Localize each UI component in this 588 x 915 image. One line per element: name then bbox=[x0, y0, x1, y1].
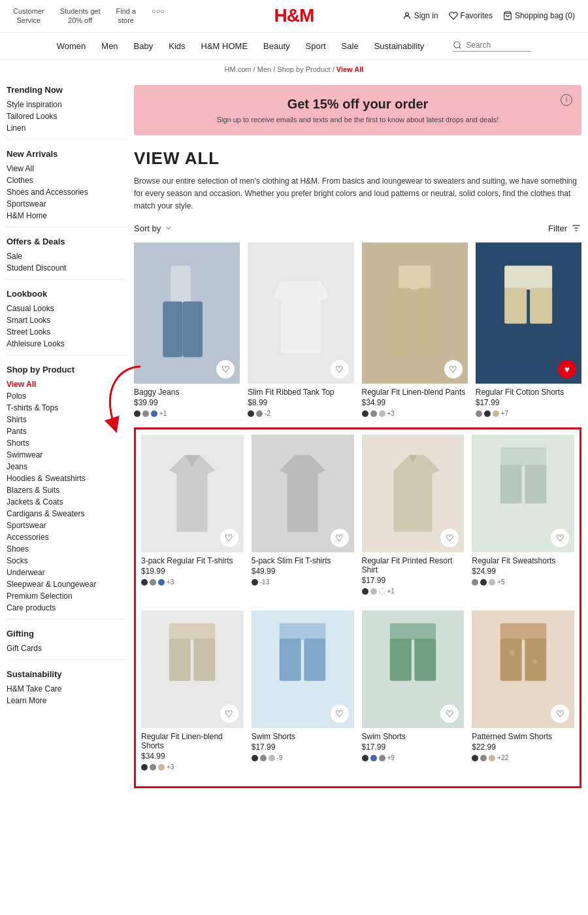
students-offer[interactable]: Students get 20% off bbox=[60, 7, 101, 25]
wishlist-button-1[interactable]: ♡ bbox=[216, 360, 235, 378]
product-colors-3: +3 bbox=[362, 410, 468, 417]
favorites[interactable]: Favorites bbox=[449, 11, 493, 20]
product-card-linen-pants[interactable]: ♡ Regular Fit Linen-blend Pants $34.99 +… bbox=[362, 242, 468, 417]
sidebar-item-shorts[interactable]: Shorts bbox=[7, 437, 127, 449]
product-card-3pack-tshirts[interactable]: ♡ 3-pack Regular Fit T-shirts $19.99 +3 bbox=[141, 435, 244, 595]
hm-logo[interactable]: H&M bbox=[274, 5, 314, 25]
product-card-patterned-swim-shorts[interactable]: ♡ Patterned Swim Shorts $22.99 +22 bbox=[472, 610, 574, 771]
wishlist-button-2[interactable]: ♡ bbox=[331, 360, 349, 378]
product-image-5pack: ♡ bbox=[252, 435, 354, 552]
sidebar-item-care-products[interactable]: Care products bbox=[7, 602, 127, 614]
sidebar-item-sportswear[interactable]: Sportswear bbox=[7, 520, 127, 531]
wishlist-button-7[interactable]: ♡ bbox=[440, 529, 459, 547]
sidebar-item-linen[interactable]: Linen bbox=[7, 122, 127, 134]
svg-rect-30 bbox=[500, 639, 521, 681]
sidebar-item-shoes-accessories[interactable]: Shoes and Accessories bbox=[7, 186, 127, 198]
sidebar-item-premium-selection[interactable]: Premium Selection bbox=[7, 590, 127, 602]
svg-rect-22 bbox=[194, 639, 216, 681]
sidebar-item-pants[interactable]: Pants bbox=[7, 425, 127, 437]
page-title: VIEW ALL bbox=[134, 148, 581, 169]
product-card-cotton-shorts[interactable]: ♥ Regular Fit Cotton Shorts $17.99 +7 bbox=[476, 242, 581, 417]
wishlist-button-10[interactable]: ♡ bbox=[331, 705, 349, 723]
sidebar-item-street-looks[interactable]: Street Looks bbox=[7, 326, 127, 338]
product-image-cotton-shorts: ♥ bbox=[476, 242, 581, 384]
sign-in[interactable]: Sign in bbox=[402, 11, 438, 20]
product-image-linen-pants: ♡ bbox=[362, 242, 468, 384]
find-store[interactable]: Find a store bbox=[116, 7, 136, 25]
nav-women[interactable]: Women bbox=[57, 41, 86, 51]
search-input[interactable] bbox=[466, 41, 531, 50]
sidebar-item-shoes[interactable]: Shoes bbox=[7, 543, 127, 555]
search-bar[interactable] bbox=[453, 41, 531, 52]
sidebar-item-sleepwear[interactable]: Sleepwear & Loungewear bbox=[7, 578, 127, 590]
wishlist-button-9[interactable]: ♡ bbox=[220, 705, 238, 723]
more-options[interactable]: ○○○ bbox=[152, 7, 165, 25]
svg-rect-16 bbox=[530, 288, 552, 324]
product-card-swim-shorts-2[interactable]: ♡ Swim Shorts $17.99 +9 bbox=[362, 610, 465, 771]
product-card-resort-shirt[interactable]: ♡ Regular Fit Printed Resort Shirt $17.9… bbox=[362, 435, 465, 595]
shopping-bag[interactable]: Shopping bag (0) bbox=[503, 11, 575, 20]
sidebar-item-hm-home-new[interactable]: H&M Home bbox=[7, 210, 127, 222]
sidebar-item-sportswear-new[interactable]: Sportswear bbox=[7, 198, 127, 210]
filter-button[interactable]: Filter bbox=[548, 223, 581, 233]
sidebar-item-view-all-active[interactable]: View All bbox=[7, 378, 127, 390]
sidebar-item-sale[interactable]: Sale bbox=[7, 250, 127, 262]
sidebar-item-blazers-suits[interactable]: Blazers & Suits bbox=[7, 484, 127, 496]
sort-by-control[interactable]: Sort by bbox=[134, 224, 172, 233]
breadcrumb-home[interactable]: HM.com bbox=[225, 65, 252, 73]
nav-men[interactable]: Men bbox=[101, 41, 118, 51]
sort-by-label: Sort by bbox=[134, 224, 161, 233]
promo-info-icon[interactable]: i bbox=[561, 94, 572, 106]
sidebar-item-hm-take-care[interactable]: H&M Take Care bbox=[7, 683, 127, 695]
product-card-swim-shorts-1[interactable]: ♡ Swim Shorts $17.99 -9 bbox=[252, 610, 354, 771]
breadcrumb-shop-by-product[interactable]: Shop by Product bbox=[277, 65, 330, 73]
svg-rect-8 bbox=[163, 301, 183, 357]
sidebar-item-style-inspiration[interactable]: Style inspiration bbox=[7, 99, 127, 110]
nav-kids[interactable]: Kids bbox=[169, 41, 185, 51]
nav-sustainability[interactable]: Sustainability bbox=[374, 41, 425, 51]
product-card-sweatshorts[interactable]: ♡ Regular Fit Sweatshorts $24.99 +5 bbox=[472, 435, 574, 595]
sidebar-item-new-view-all[interactable]: View All bbox=[7, 163, 127, 175]
product-card-linen-shorts[interactable]: ♡ Regular Fit Linen-blend Shorts $34.99 … bbox=[141, 610, 244, 771]
filter-icon bbox=[571, 223, 581, 233]
product-card-baggy-jeans[interactable]: ♡ Baggy Jeans $39.99 +1 bbox=[134, 242, 240, 417]
wishlist-button-3[interactable]: ♡ bbox=[444, 360, 463, 378]
nav-sport[interactable]: Sport bbox=[306, 41, 326, 51]
wishlist-button-11[interactable]: ♡ bbox=[440, 705, 459, 723]
sidebar-item-learn-more[interactable]: Learn More bbox=[7, 695, 127, 707]
nav-hm-home[interactable]: H&M HOME bbox=[201, 41, 248, 51]
product-name-6: 5-pack Slim Fit T-shirts bbox=[252, 556, 354, 565]
product-image-baggy-jeans: ♡ bbox=[134, 242, 240, 384]
sidebar-item-underwear[interactable]: Underwear bbox=[7, 567, 127, 578]
sidebar-item-smart-looks[interactable]: Smart Looks bbox=[7, 314, 127, 326]
customer-service[interactable]: Customer Service bbox=[13, 7, 44, 25]
wishlist-button-5[interactable]: ♡ bbox=[220, 529, 238, 547]
nav-sale[interactable]: Sale bbox=[342, 41, 359, 51]
sidebar-item-tailored-looks[interactable]: Tailored Looks bbox=[7, 110, 127, 122]
sidebar-item-athleisure-looks[interactable]: Athleisure Looks bbox=[7, 338, 127, 350]
sidebar-item-jackets-coats[interactable]: Jackets & Coats bbox=[7, 496, 127, 508]
product-card-5pack-tshirts[interactable]: ♡ 5-pack Slim Fit T-shirts $49.99 -13 bbox=[252, 435, 354, 595]
sidebar-item-jeans[interactable]: Jeans bbox=[7, 461, 127, 473]
sidebar-item-cardigans-sweaters[interactable]: Cardigans & Sweaters bbox=[7, 508, 127, 520]
sidebar-item-accessories[interactable]: Accessories bbox=[7, 531, 127, 543]
sidebar-item-casual-looks[interactable]: Casual Looks bbox=[7, 303, 127, 314]
nav-beauty[interactable]: Beauty bbox=[263, 41, 289, 51]
sidebar-item-t-shirts-tops[interactable]: T-shirts & Tops bbox=[7, 402, 127, 414]
product-card-tank-top[interactable]: ♡ Slim Fit Ribbed Tank Top $8.99 -2 bbox=[248, 242, 353, 417]
wishlist-button-12[interactable]: ♡ bbox=[551, 705, 569, 723]
nav-baby[interactable]: Baby bbox=[134, 41, 154, 51]
sidebar-item-shirts[interactable]: Shirts bbox=[7, 414, 127, 425]
sidebar-item-hoodies-sweatshirts[interactable]: Hoodies & Sweatshirts bbox=[7, 473, 127, 484]
breadcrumb-men[interactable]: Men bbox=[257, 65, 271, 73]
product-colors-11: +9 bbox=[362, 754, 465, 761]
sidebar-item-student-discount[interactable]: Student Discount bbox=[7, 262, 127, 274]
wishlist-button-8[interactable]: ♡ bbox=[551, 529, 569, 547]
wishlist-button-6[interactable]: ♡ bbox=[331, 529, 349, 547]
sidebar-item-gift-cards[interactable]: Gift Cards bbox=[7, 642, 127, 654]
sidebar-item-clothes[interactable]: Clothes bbox=[7, 175, 127, 186]
sidebar-item-swimwear[interactable]: Swimwear bbox=[7, 449, 127, 461]
wishlist-button-4[interactable]: ♥ bbox=[558, 360, 576, 378]
sidebar-item-polos[interactable]: Polos bbox=[7, 390, 127, 402]
sidebar-item-socks[interactable]: Socks bbox=[7, 555, 127, 567]
